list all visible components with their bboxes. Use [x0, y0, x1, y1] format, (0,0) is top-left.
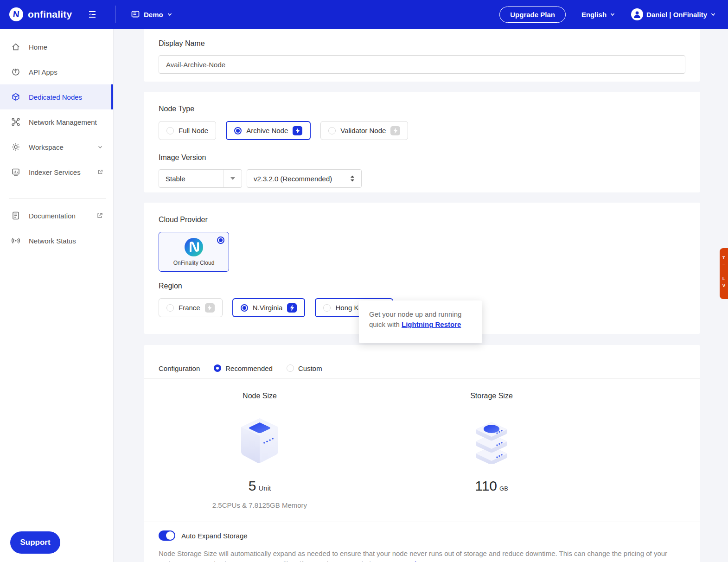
image-channel-select[interactable]: Stable — [159, 169, 242, 188]
avatar-icon — [631, 8, 643, 20]
provider-option-onfinality-cloud[interactable]: OnFinality Cloud — [159, 232, 229, 272]
configuration-card: Configuration Recommended Custom Node Si… — [144, 345, 700, 562]
sidebar-item-label: API Apps — [29, 68, 57, 76]
workspace-name: Demo — [144, 11, 163, 19]
radio-icon — [234, 127, 242, 134]
node-size-detail: 2.5CPUs & 7.8125GB Memory — [212, 501, 307, 510]
network-icon — [11, 117, 20, 127]
image-channel-value: Stable — [159, 175, 223, 183]
option-label: Custom — [298, 364, 322, 372]
node-type-option-full-node[interactable]: Full Node — [159, 121, 216, 140]
node-type-card: Node Type Full Node Archive Node Validat… — [144, 92, 700, 192]
node-type-label: Node Type — [159, 92, 685, 113]
option-label: Recommended — [225, 364, 273, 372]
radio-icon — [287, 364, 294, 372]
menu-fold-icon[interactable] — [84, 6, 101, 23]
learn-more-link[interactable]: Learn more here — [375, 560, 429, 562]
image-version-label: Image Version — [159, 140, 685, 162]
cube-icon — [11, 92, 20, 102]
document-icon — [11, 211, 20, 220]
sidebar-item-label: Home — [29, 43, 47, 51]
region-option-france[interactable]: France — [159, 298, 223, 317]
sidebar-item-workspace[interactable]: Workspace — [0, 134, 113, 160]
lightning-restore-icon — [293, 126, 302, 135]
radio-icon — [166, 127, 174, 134]
feedback-tab[interactable]: T=LV — [720, 248, 728, 299]
option-label: Validator Node — [340, 127, 386, 134]
sidebar-item-label: Dedicated Nodes — [29, 93, 82, 101]
gear-icon — [11, 142, 20, 152]
sidebar-item-label: Indexer Services — [29, 168, 81, 176]
api-apps-icon — [11, 67, 20, 77]
region-option-n-virginia[interactable]: N.Virginia — [232, 298, 306, 317]
user-name: Daniel | OnFinality — [646, 11, 707, 19]
lightning-restore-disabled-icon — [390, 126, 400, 135]
radio-icon — [328, 127, 336, 134]
sidebar-item-dedicated-nodes[interactable]: Dedicated Nodes — [0, 84, 113, 109]
user-menu[interactable]: Daniel | OnFinality — [631, 8, 716, 20]
chevron-down-icon — [710, 12, 716, 17]
top-navbar: N onfinality Demo Upgrade Plan English — [0, 0, 728, 29]
lightning-restore-icon — [287, 303, 297, 313]
option-label: N.Virginia — [253, 304, 283, 312]
option-label: Full Node — [179, 127, 208, 134]
sidebar-item-network-management[interactable]: Network Management — [0, 109, 113, 134]
updown-icon — [350, 175, 355, 182]
language-switcher[interactable]: English — [581, 11, 615, 19]
main-content: Display Name Node Type Full Node Archive… — [114, 29, 728, 562]
configuration-option-recommended[interactable]: Recommended — [214, 364, 273, 372]
brand-name: onfinality — [28, 9, 72, 20]
node-type-option-archive-node[interactable]: Archive Node — [226, 121, 311, 140]
configuration-label: Configuration — [159, 364, 200, 372]
workspace-icon — [131, 10, 140, 19]
auto-expand-description: Node Storage Size will automatically exp… — [144, 541, 684, 562]
radio-icon — [214, 364, 221, 372]
auto-expand-label: Auto Expand Storage — [181, 532, 248, 540]
home-icon — [11, 42, 20, 51]
display-name-card: Display Name — [144, 29, 700, 82]
radio-icon — [241, 304, 248, 312]
caret-down-icon — [223, 170, 242, 187]
sidebar-item-label: Network Management — [29, 118, 97, 126]
onfinality-cloud-logo-icon — [184, 237, 204, 257]
lightning-restore-link[interactable]: Lightning Restore — [402, 320, 461, 328]
lightning-restore-tooltip: Get your node up and running quick with … — [359, 300, 482, 343]
sidebar-item-label: Network Status — [29, 237, 76, 245]
lightning-restore-disabled-icon — [205, 303, 215, 313]
radio-icon — [323, 304, 331, 312]
sidebar-item-label: Documentation — [29, 212, 76, 220]
node-size-cube-icon — [238, 415, 281, 466]
support-button[interactable]: Support — [10, 531, 60, 554]
node-size-title: Node Size — [243, 392, 277, 400]
sidebar-item-documentation[interactable]: Documentation — [0, 203, 113, 228]
onfinality-logo-icon: N — [9, 7, 23, 21]
region-label: Region — [159, 272, 685, 290]
storage-size-panel: Storage Size — [376, 392, 607, 510]
sidebar-item-network-status[interactable]: Network Status — [0, 228, 113, 253]
configuration-option-custom[interactable]: Custom — [287, 364, 322, 372]
broadcast-icon — [11, 236, 20, 245]
provider-name: OnFinality Cloud — [173, 260, 215, 266]
sidebar-item-api-apps[interactable]: API Apps — [0, 59, 113, 84]
chevron-down-icon — [97, 144, 103, 150]
header-divider — [115, 6, 116, 23]
display-name-input[interactable] — [159, 55, 685, 74]
sidebar: Home API Apps Dedicated Nodes Network — [0, 29, 114, 562]
node-size-panel: Node Size — [144, 392, 376, 510]
storage-size-value: 110GB — [475, 478, 508, 494]
indexer-icon — [11, 167, 20, 177]
auto-expand-toggle[interactable] — [159, 530, 175, 541]
external-link-icon — [96, 212, 103, 219]
sidebar-divider — [9, 198, 106, 199]
storage-stack-icon — [470, 415, 513, 466]
sidebar-item-home[interactable]: Home — [0, 34, 113, 59]
external-link-icon — [97, 169, 103, 175]
upgrade-plan-button[interactable]: Upgrade Plan — [499, 6, 566, 23]
node-type-option-validator-node[interactable]: Validator Node — [320, 121, 408, 140]
brand-logo[interactable]: N onfinality — [0, 7, 80, 21]
display-name-label: Display Name — [159, 29, 685, 48]
sidebar-item-indexer-services[interactable]: Indexer Services — [0, 160, 113, 185]
workspace-switcher[interactable]: Demo — [131, 10, 172, 19]
chevron-down-icon — [610, 12, 615, 17]
image-version-select[interactable]: v2.3.2.0 (Recommended) — [247, 169, 362, 188]
